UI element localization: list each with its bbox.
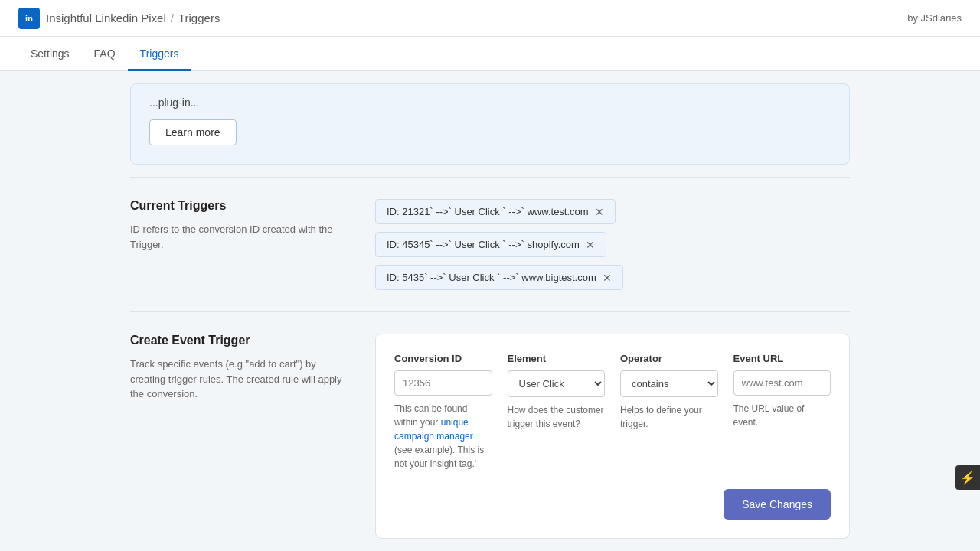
save-changes-button[interactable]: Save Changes bbox=[724, 489, 831, 520]
trigger-label: ID: 21321` -->` User Click ` -->` www.te… bbox=[387, 206, 589, 217]
list-item: ID: 45345` -->` User Click ` -->` shopif… bbox=[375, 232, 606, 257]
page-title: Triggers bbox=[178, 11, 220, 24]
conversion-id-label: Conversion ID bbox=[394, 353, 492, 364]
create-trigger-title: Create Event Trigger bbox=[130, 334, 345, 347]
main-content: ...plug-in... Learn more Current Trigger… bbox=[0, 71, 980, 548]
remove-trigger-button[interactable]: ✕ bbox=[603, 272, 612, 283]
conversion-id-field: Conversion ID This can be found within y… bbox=[394, 353, 492, 471]
info-card-text: ...plug-in... bbox=[149, 96, 831, 109]
nav-tabs: Settings FAQ Triggers bbox=[0, 37, 980, 71]
create-trigger-right: Conversion ID This can be found within y… bbox=[375, 334, 850, 539]
breadcrumb-separator: / bbox=[171, 11, 174, 24]
learn-more-button[interactable]: Learn more bbox=[149, 119, 237, 145]
current-triggers-title: Current Triggers bbox=[130, 199, 345, 213]
event-url-field: Event URL The URL value of event. bbox=[733, 353, 831, 471]
create-trigger-card: Conversion ID This can be found within y… bbox=[375, 334, 850, 539]
operator-label: Operator bbox=[620, 353, 718, 364]
list-item: ID: 5435` -->` User Click ` -->` www.big… bbox=[375, 265, 623, 290]
app-name: Insightful Linkedin Pixel bbox=[46, 11, 166, 24]
element-field: Element User Click Page View Form Submit… bbox=[508, 353, 606, 471]
trigger-label: ID: 45345` -->` User Click ` -->` shopif… bbox=[387, 239, 580, 250]
form-actions: Save Changes bbox=[394, 489, 831, 520]
operator-hint: Helps to define your trigger. bbox=[620, 403, 718, 431]
form-grid: Conversion ID This can be found within y… bbox=[394, 353, 831, 471]
event-url-hint: The URL value of event. bbox=[733, 402, 831, 429]
current-triggers-section: Current Triggers ID refers to the conver… bbox=[130, 178, 850, 311]
tab-faq[interactable]: FAQ bbox=[82, 37, 128, 71]
lightning-icon[interactable]: ⚡ bbox=[956, 465, 980, 490]
info-card: ...plug-in... Learn more bbox=[130, 83, 850, 165]
remove-trigger-button[interactable]: ✕ bbox=[595, 207, 604, 217]
operator-field: Operator contains equals starts with end… bbox=[620, 353, 718, 471]
header: in Insightful Linkedin Pixel / Triggers … bbox=[0, 0, 980, 37]
conversion-id-hint: This can be found within your unique cam… bbox=[394, 402, 492, 471]
element-hint: How does the customer trigger this event… bbox=[508, 403, 606, 431]
remove-trigger-button[interactable]: ✕ bbox=[586, 240, 595, 250]
element-label: Element bbox=[508, 353, 606, 364]
event-url-input[interactable] bbox=[733, 370, 831, 396]
create-trigger-section: Create Event Trigger Track specific even… bbox=[130, 312, 850, 548]
operator-select[interactable]: contains equals starts with ends with bbox=[620, 370, 718, 397]
by-label: by JSdiaries bbox=[907, 12, 962, 24]
create-trigger-desc: Track specific events (e.g "add to cart"… bbox=[130, 357, 345, 402]
list-item: ID: 21321` -->` User Click ` -->` www.te… bbox=[375, 199, 616, 224]
logo-icon: in bbox=[18, 8, 40, 29]
create-trigger-left: Create Event Trigger Track specific even… bbox=[130, 334, 345, 539]
current-triggers-right: ID: 21321` -->` User Click ` -->` www.te… bbox=[375, 199, 850, 290]
triggers-list: ID: 21321` -->` User Click ` -->` www.te… bbox=[375, 199, 850, 290]
tab-settings[interactable]: Settings bbox=[18, 37, 82, 71]
breadcrumb: Insightful Linkedin Pixel / Triggers bbox=[46, 11, 220, 24]
current-triggers-desc: ID refers to the conversion ID created w… bbox=[130, 222, 345, 252]
conversion-id-input[interactable] bbox=[394, 370, 492, 396]
tab-triggers[interactable]: Triggers bbox=[128, 37, 191, 71]
header-left: in Insightful Linkedin Pixel / Triggers bbox=[18, 8, 220, 29]
element-select[interactable]: User Click Page View Form Submit bbox=[508, 370, 606, 397]
current-triggers-left: Current Triggers ID refers to the conver… bbox=[130, 199, 345, 290]
trigger-label: ID: 5435` -->` User Click ` -->` www.big… bbox=[387, 272, 596, 283]
event-url-label: Event URL bbox=[733, 353, 831, 364]
